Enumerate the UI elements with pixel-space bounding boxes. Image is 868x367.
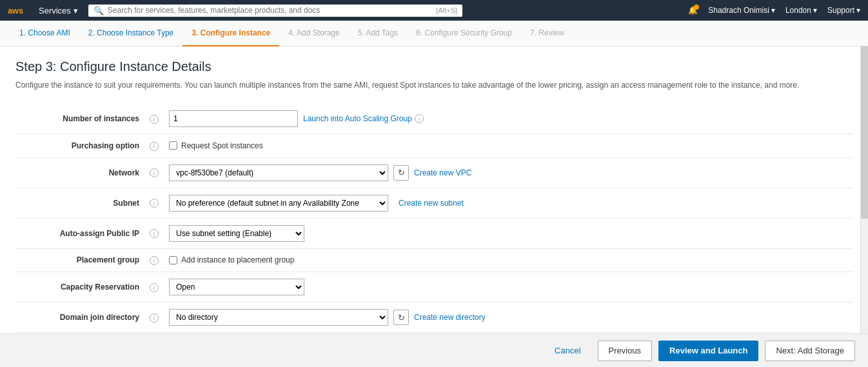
capacity-reservation-row: Capacity Reservation i Open [15, 272, 853, 303]
breadcrumb-configure-instance[interactable]: 3. Configure Instance [182, 21, 279, 46]
top-navigation: aws Services ▾ 🔍 [Alt+S] 🔔 Shadrach Onim… [0, 0, 868, 21]
scrollbar[interactable] [860, 46, 868, 333]
domain-join-refresh-button[interactable]: ↻ [393, 310, 409, 325]
search-shortcut: [Alt+S] [436, 6, 457, 14]
aws-logo[interactable]: aws [8, 4, 28, 17]
main-content: Step 3: Configure Instance Details Confi… [0, 46, 868, 333]
nav-right: 🔔 Shadrach Onimisi ▾ London ▾ Support ▾ [688, 6, 860, 15]
search-input[interactable] [108, 6, 432, 15]
breadcrumb-bar: 1. Choose AMI 2. Choose Instance Type 3.… [0, 21, 868, 46]
config-form-table: Number of instances i Launch into Auto S… [15, 104, 853, 333]
subnet-info-icon[interactable]: i [150, 199, 159, 208]
search-icon: 🔍 [94, 6, 104, 15]
network-info-icon[interactable]: i [150, 168, 159, 177]
user-chevron-icon: ▾ [771, 6, 775, 15]
number-of-instances-value-cell: Launch into Auto Scaling Group i [164, 104, 853, 134]
subnet-row: Subnet i No preference (default subnet i… [15, 188, 853, 218]
network-value-cell: vpc-8f530be7 (default) ↻ Create new VPC [164, 157, 853, 188]
add-placement-text: Add instance to placement group [181, 255, 294, 264]
user-name: Shadrach Onimisi [708, 6, 769, 15]
auto-assign-ip-value-cell: Use subnet setting (Enable) [164, 218, 853, 248]
auto-assign-ip-select[interactable]: Use subnet setting (Enable) [169, 225, 304, 242]
support-menu[interactable]: Support ▾ [827, 6, 860, 15]
network-select[interactable]: vpc-8f530be7 (default) [169, 164, 388, 181]
breadcrumb-tags-label: 5. Add Tags [358, 28, 399, 37]
scrollbar-thumb[interactable] [861, 46, 868, 219]
capacity-reservation-select[interactable]: Open [169, 279, 304, 295]
add-placement-label[interactable]: Add instance to placement group [169, 255, 847, 264]
network-row: Network i vpc-8f530be7 (default) ↻ Creat… [15, 157, 853, 188]
domain-join-info-icon[interactable]: i [150, 313, 159, 322]
create-subnet-label: Create new subnet [399, 199, 464, 208]
number-of-instances-info: i [144, 104, 164, 134]
placement-group-label: Placement group [15, 248, 144, 272]
launch-auto-scaling-label: Launch into Auto Scaling Group [303, 114, 412, 123]
capacity-reservation-value-cell: Open [164, 272, 853, 303]
request-spot-checkbox[interactable] [169, 141, 177, 150]
launch-auto-scaling-info-icon[interactable]: i [415, 114, 424, 123]
create-directory-label: Create new directory [414, 313, 486, 322]
breadcrumb-ami-label: 1. Choose AMI [19, 28, 70, 37]
region-menu[interactable]: London ▾ [785, 6, 817, 15]
create-vpc-link[interactable]: Create new VPC [414, 168, 471, 177]
notification-bell[interactable]: 🔔 [688, 6, 698, 15]
breadcrumb-security-label: 6. Configure Security Group [416, 28, 512, 37]
create-subnet-link[interactable]: Create new subnet [399, 199, 464, 208]
domain-join-label: Domain join directory [15, 303, 144, 333]
auto-assign-info-icon[interactable]: i [150, 229, 159, 238]
region-name: London [785, 6, 811, 15]
services-chevron-icon: ▾ [74, 6, 78, 15]
breadcrumb-review-label: 7. Review [530, 28, 564, 37]
page-title: Step 3: Configure Instance Details [15, 59, 853, 74]
placement-group-row: Placement group i Add instance to placem… [15, 248, 853, 272]
launch-auto-scaling-link[interactable]: Launch into Auto Scaling Group i [303, 114, 424, 123]
breadcrumb-add-tags[interactable]: 5. Add Tags [349, 21, 408, 46]
network-refresh-button[interactable]: ↻ [393, 165, 409, 181]
breadcrumb-instance-type-label: 2. Choose Instance Type [88, 28, 174, 37]
placement-group-value-cell: Add instance to placement group [164, 248, 853, 272]
capacity-info-icon[interactable]: i [150, 283, 159, 292]
page-description: Configure the instance to suit your requ… [15, 79, 841, 91]
services-menu[interactable]: Services ▾ [39, 6, 78, 15]
subnet-label: Subnet [15, 188, 144, 218]
domain-join-value-cell: No directory ↻ Create new directory [164, 303, 853, 333]
purchasing-option-value-cell: Request Spot instances [164, 134, 853, 158]
domain-join-row: Domain join directory i No directory ↻ C… [15, 303, 853, 333]
subnet-select[interactable]: No preference (default subnet in any Ava… [169, 195, 388, 212]
placement-info-icon[interactable]: i [150, 256, 159, 265]
network-label: Network [15, 157, 144, 188]
breadcrumb-add-storage[interactable]: 4. Add Storage [279, 21, 348, 46]
breadcrumb-storage-label: 4. Add Storage [288, 28, 339, 37]
capacity-reservation-label: Capacity Reservation [15, 272, 144, 303]
search-bar: 🔍 [Alt+S] [88, 5, 462, 17]
notification-dot [694, 5, 699, 10]
number-info-icon[interactable]: i [150, 115, 159, 124]
request-spot-text: Request Spot instances [181, 141, 263, 150]
subnet-value-cell: No preference (default subnet in any Ava… [164, 188, 853, 218]
request-spot-label[interactable]: Request Spot instances [169, 141, 847, 150]
domain-join-select[interactable]: No directory [169, 309, 388, 326]
svg-text:aws: aws [8, 6, 23, 15]
add-placement-checkbox[interactable] [169, 256, 177, 264]
breadcrumb-choose-ami[interactable]: 1. Choose AMI [10, 21, 79, 46]
purchasing-option-label: Purchasing option [15, 134, 144, 158]
breadcrumb-instance-type[interactable]: 2. Choose Instance Type [79, 21, 183, 46]
purchasing-info-icon[interactable]: i [150, 142, 159, 151]
region-chevron-icon: ▾ [813, 6, 817, 15]
number-of-instances-input[interactable] [169, 110, 298, 127]
user-menu[interactable]: Shadrach Onimisi ▾ [708, 6, 775, 15]
number-of-instances-row: Number of instances i Launch into Auto S… [15, 104, 853, 134]
create-vpc-label: Create new VPC [414, 168, 471, 177]
number-of-instances-label: Number of instances [15, 104, 144, 134]
breadcrumb-configure-label: 3. Configure Instance [192, 28, 270, 37]
breadcrumb-review[interactable]: 7. Review [521, 21, 573, 46]
auto-assign-ip-label: Auto-assign Public IP [15, 218, 144, 248]
purchasing-option-row: Purchasing option i Request Spot instanc… [15, 134, 853, 158]
services-label: Services [39, 6, 71, 15]
breadcrumb-security-group[interactable]: 6. Configure Security Group [407, 21, 521, 46]
create-directory-link[interactable]: Create new directory [414, 313, 486, 322]
auto-assign-ip-row: Auto-assign Public IP i Use subnet setti… [15, 218, 853, 248]
support-label: Support [827, 6, 854, 15]
support-chevron-icon: ▾ [856, 6, 860, 15]
